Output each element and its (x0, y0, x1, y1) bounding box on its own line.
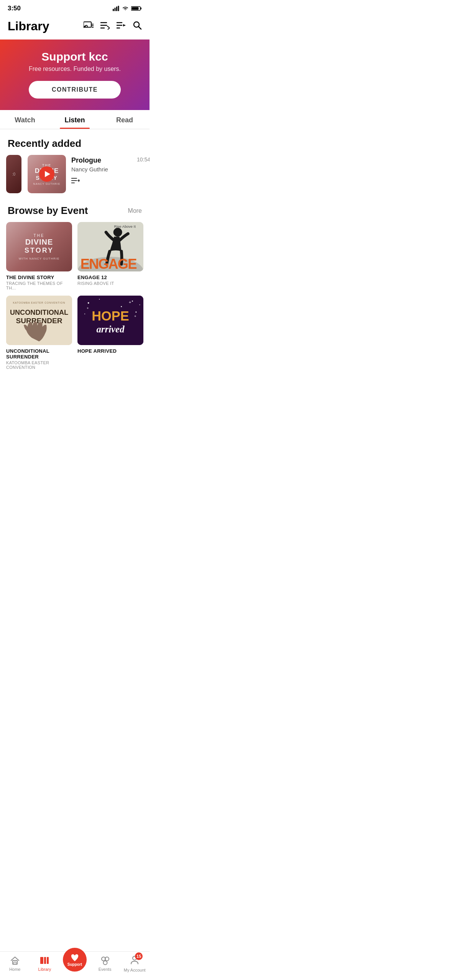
recent-info: Prologue 10:54 Nancy Guthrie (71, 155, 150, 184)
events-grid: THE DIVINE STORY WITH NANCY GUTHRIE THE … (0, 222, 150, 376)
silhouette-icon: ENGAGE Rise Above It (77, 222, 143, 271)
event-card-hope-arrived[interactable]: + + + HOPE arrived HOPE ARRIVED (77, 296, 143, 370)
svg-point-36 (132, 301, 133, 302)
svg-text:KATOOMBA EASTER CONVENTION: KATOOMBA EASTER CONVENTION (13, 301, 66, 304)
cast-icon[interactable] (84, 21, 94, 32)
event-thumb-engage: ENGAGE Rise Above It (77, 222, 143, 271)
recent-thumb[interactable]: THE DIVINE STORY NANCY GUTHRIE (28, 155, 66, 193)
support-banner: Support kcc Free resources. Funded by us… (0, 39, 150, 110)
more-link[interactable]: More (128, 207, 142, 214)
battery-icon (131, 6, 142, 11)
recent-item-title: Prologue (71, 156, 101, 164)
svg-point-37 (99, 299, 100, 300)
content-tabs: Watch Listen Read (0, 110, 150, 129)
event-thumb-hope: + + + HOPE arrived (77, 296, 143, 345)
svg-text:Rise Above It: Rise Above It (114, 224, 136, 229)
event-subtitle: KATOOMBA EASTER CONVENTION (6, 360, 72, 370)
app-header: Library (0, 15, 150, 39)
page-title: Library (8, 19, 49, 33)
support-title: Support kcc (8, 50, 142, 63)
wifi-icon (122, 6, 129, 11)
event-card-divine-story[interactable]: THE DIVINE STORY WITH NANCY GUTHRIE THE … (6, 222, 72, 290)
search-icon[interactable] (133, 21, 142, 32)
svg-point-38 (121, 306, 122, 307)
unconditional-thumb-icon: KATOOMBA EASTER CONVENTION UNCONDITIONAL… (6, 296, 72, 345)
svg-text:+: + (129, 300, 131, 304)
recent-author: Nancy Guthrie (71, 166, 150, 173)
browse-section-title: Browse by Event (8, 205, 88, 217)
svg-text:UNCONDITIONAL: UNCONDITIONAL (10, 309, 68, 316)
svg-text:+: + (134, 314, 136, 318)
event-name: ENGAGE 12 (77, 275, 143, 280)
partial-card-left: :0 (6, 155, 21, 193)
svg-text:+: + (87, 306, 89, 310)
svg-rect-0 (113, 9, 114, 11)
contribute-button[interactable]: CONTRIBUTE (29, 81, 121, 99)
add-to-queue-button[interactable] (71, 177, 150, 184)
event-thumb-divine: THE DIVINE STORY WITH NANCY GUTHRIE (6, 222, 72, 271)
svg-rect-3 (118, 6, 119, 11)
recent-duration: 10:54 (137, 156, 150, 163)
list-item: THE DIVINE STORY NANCY GUTHRIE Prologue … (28, 155, 150, 193)
tab-listen[interactable]: Listen (50, 110, 100, 129)
hope-thumb-icon: + + + HOPE arrived (77, 296, 143, 345)
recently-added-title: Recently added (0, 129, 150, 155)
queue-icon[interactable] (100, 21, 110, 32)
event-subtitle: TRACING THE THEMES OF TH... (6, 281, 72, 290)
event-thumb-unconditional: KATOOMBA EASTER CONVENTION UNCONDITIONAL… (6, 296, 72, 345)
support-subtitle: Free resources. Funded by users. (8, 66, 142, 72)
signal-icon (113, 6, 120, 11)
svg-point-39 (84, 314, 85, 314)
event-name: HOPE ARRIVED (77, 348, 143, 354)
event-name: UNCONDITIONAL SURRENDER (6, 348, 72, 360)
event-card-unconditional[interactable]: KATOOMBA EASTER CONVENTION UNCONDITIONAL… (6, 296, 72, 370)
status-icons (113, 6, 142, 11)
tab-watch[interactable]: Watch (0, 110, 50, 129)
svg-text:arrived: arrived (96, 324, 125, 334)
browse-header: Browse by Event More (0, 201, 150, 222)
recently-added-list: :0 THE DIVINE STORY NANCY GUTHRIE Prolog… (0, 155, 150, 201)
svg-point-27 (113, 228, 122, 237)
status-bar: 3:50 (0, 0, 150, 15)
svg-point-40 (135, 312, 136, 313)
svg-rect-2 (116, 7, 117, 11)
main-content: Recently added :0 THE DIVINE STORY NANCY… (0, 129, 150, 410)
play-button[interactable] (39, 166, 54, 182)
svg-text:ENGAGE: ENGAGE (81, 256, 137, 271)
header-actions (84, 21, 142, 32)
event-subtitle: RISING ABOVE IT (77, 281, 143, 286)
svg-rect-1 (115, 8, 116, 11)
svg-text:HOPE: HOPE (92, 309, 129, 323)
status-time: 3:50 (8, 5, 21, 12)
add-to-queue-icon (71, 177, 80, 184)
svg-rect-5 (141, 8, 142, 10)
svg-rect-6 (132, 7, 139, 10)
svg-line-19 (139, 26, 141, 29)
svg-point-35 (88, 302, 89, 304)
tab-read[interactable]: Read (100, 110, 150, 129)
event-card-engage12[interactable]: ENGAGE Rise Above It ENGAGE 12 RISING AB… (77, 222, 143, 290)
svg-point-41 (139, 304, 140, 305)
playlist-icon[interactable] (117, 21, 126, 32)
event-name: THE DIVINE STORY (6, 275, 72, 280)
